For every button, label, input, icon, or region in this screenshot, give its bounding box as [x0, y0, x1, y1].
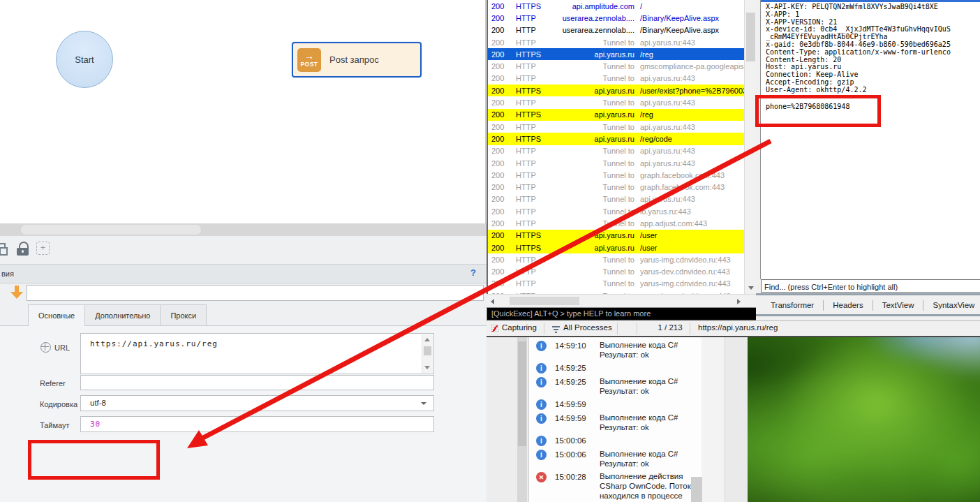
find-bar[interactable]	[761, 279, 980, 293]
timeout-input[interactable]: 30	[80, 416, 434, 432]
execution-log-list[interactable]: i 14:59:10 Выполнение кода C# Результат:…	[528, 337, 702, 502]
session-row-highlighted[interactable]: 200HTTPSapi.yarus.ru/user	[488, 230, 745, 242]
tab-transformer[interactable]: Transformer	[762, 301, 823, 309]
session-row[interactable]: 200HTTPTunnel toapi.yarus.ru:443	[488, 96, 745, 108]
fiddler-session-list[interactable]: 200HTTPSapi.amplitude.com/ 200HTTPuserar…	[487, 0, 745, 294]
encoding-select[interactable]: utf-8	[80, 395, 434, 411]
statusbar-url: https://api.yarus.ru/reg	[698, 323, 778, 332]
log-entry[interactable]: i 15:00:06	[536, 435, 702, 446]
orange-down-arrow-icon	[10, 286, 23, 300]
log-entry-error[interactable]: ✕ 15:00:28 Выполнение действия CSharp Ow…	[536, 471, 702, 502]
settings-tabs: Основные Дополнительно Прокси	[28, 305, 207, 326]
capturing-icon[interactable]	[491, 324, 499, 333]
find-input[interactable]	[762, 281, 980, 293]
session-row[interactable]: 200HTTPTunnel toapi.yarus.ru:443	[488, 193, 745, 205]
session-count: 1 / 213	[649, 323, 691, 332]
session-row[interactable]: 200HTTPTunnel togmscompliance-pa.googlea…	[488, 60, 745, 72]
chevron-down-icon	[421, 402, 426, 405]
background-photo	[748, 337, 980, 502]
scroll-down-icon[interactable]	[748, 286, 754, 290]
session-row[interactable]: 200HTTPTunnel toyarus-dev.cdnvideo.ru:44…	[488, 266, 745, 278]
url-textarea[interactable]: https://api.yarus.ru/reg	[80, 333, 434, 374]
session-row[interactable]: 200HTTPTunnel toapi.yarus.ru:443	[488, 157, 745, 169]
flow-horizontal-scrollbar[interactable]	[0, 223, 487, 236]
process-filter[interactable]: All Processes	[552, 323, 612, 332]
log-entry[interactable]: i 14:59:25 Выполнение кода C# Результат:…	[536, 376, 702, 396]
session-row[interactable]: 200HTTPTunnel tograph.facebook.com:443	[488, 169, 745, 181]
info-icon: i	[536, 450, 547, 460]
session-row[interactable]: 200HTTPTunnel toapp.adjust.com:443	[488, 217, 745, 229]
flowchart-canvas[interactable]: Start → POST Post запрос	[0, 0, 486, 223]
capturing-status[interactable]: Capturing	[502, 323, 537, 332]
fiddler-inspector-panel: X-API-KEY: PELQTQN2mWfml8XVYsJwaB9Qi4t8X…	[756, 0, 980, 320]
tab-headers[interactable]: Headers	[824, 301, 872, 309]
referer-input[interactable]	[80, 375, 434, 390]
inspector-tabs: Transformer Headers TextView SyntaxView …	[756, 296, 980, 314]
log-entry[interactable]: i 15:00:06 Выполнение кода C# Результат:…	[536, 449, 702, 468]
scrollbar-corner	[691, 477, 702, 502]
post-node-label: Post запрос	[329, 54, 379, 65]
scroll-down-icon[interactable]	[424, 366, 430, 369]
session-row[interactable]: 200HTTPTunnel toapi.yarus.ru:443	[488, 36, 745, 48]
globe-icon	[40, 342, 51, 353]
session-row[interactable]: 200HTTPTunnel tograph.facebook.com:443	[488, 181, 745, 193]
url-scrollbar[interactable]	[422, 334, 433, 373]
timeout-field-label: Таймаут	[40, 421, 70, 429]
divider	[756, 314, 980, 316]
fiddler-statusbar: Capturing All Processes 1 / 213 https://…	[487, 320, 980, 337]
log-entry[interactable]: i 14:59:59	[536, 399, 702, 410]
properties-title: вия	[1, 270, 14, 278]
copy-icon[interactable]	[0, 243, 6, 254]
session-row[interactable]: 200HTTPSapi.amplitude.com/	[488, 0, 745, 12]
tab-proksi[interactable]: Прокси	[161, 304, 207, 326]
quickexec-bar[interactable]: [QuickExec] ALT+Q > type HELP to learn m…	[487, 307, 760, 320]
scroll-left-icon[interactable]	[491, 299, 494, 304]
scroll-right-icon[interactable]	[737, 299, 741, 304]
session-row[interactable]: 200HTTPTunnel toapi.yarus.ru:443	[488, 145, 745, 157]
annotation-box-body	[755, 95, 881, 127]
info-icon: i	[536, 341, 547, 351]
info-icon: i	[536, 436, 547, 446]
start-node-label: Start	[75, 54, 94, 65]
log-entry[interactable]: i 14:59:59 Выполнение кода C# Результат:…	[536, 413, 702, 432]
session-list-vscrollbar[interactable]	[744, 0, 757, 294]
url-field-label: URL	[40, 342, 70, 353]
tab-dopolnitelno[interactable]: Дополнительно	[85, 304, 161, 326]
scroll-up-icon[interactable]	[424, 338, 430, 341]
selection-strip	[761, 0, 980, 2]
request-headers: X-API-KEY: PELQTQN2mWfml8XVYsJwaB9Qi4t8X…	[766, 3, 975, 94]
error-icon: ✕	[536, 472, 547, 482]
session-row[interactable]: 200HTTPTunnel toyarus-img.cdnvideo.ru:44…	[488, 253, 745, 265]
log-vscrollbar[interactable]	[517, 337, 527, 502]
scrollbar-thumb[interactable]	[21, 225, 201, 235]
start-node[interactable]: Start	[56, 31, 113, 88]
panel-gutter	[701, 337, 725, 502]
session-row-selected[interactable]: 200HTTPSapi.yarus.ru/reg	[488, 48, 745, 60]
action-name-input[interactable]	[27, 285, 484, 301]
session-list-hscrollbar[interactable]	[487, 294, 756, 308]
info-icon: i	[536, 399, 547, 410]
tab-syntaxview[interactable]: SyntaxView	[923, 301, 980, 309]
session-row-highlighted[interactable]: 200HTTPSapi.yarus.ru/reg/code	[488, 133, 745, 145]
session-row-highlighted[interactable]: 200HTTPSapi.yarus.ru/user/exist?phone=%2…	[488, 84, 745, 96]
session-row-highlighted[interactable]: 200HTTPSapi.yarus.ru/reg	[488, 109, 745, 121]
help-button[interactable]: ?	[470, 267, 476, 278]
post-arrow-icon: → POST	[297, 48, 321, 72]
session-row[interactable]: 200HTTPTunnel toapi.yarus.ru:443	[488, 73, 745, 84]
divider	[756, 293, 980, 295]
post-request-node[interactable]: → POST Post запрос	[292, 42, 422, 77]
tab-textview[interactable]: TextView	[873, 301, 923, 309]
log-entry[interactable]: i 14:59:25	[536, 362, 702, 374]
session-row-highlighted[interactable]: 200HTTPSapi.yarus.ru/user	[488, 242, 745, 253]
session-row[interactable]: 200HTTPTunnel toio.yarus.ru:443	[488, 205, 745, 217]
tab-osnovnye[interactable]: Основные	[28, 304, 85, 326]
session-row[interactable]: 200HTTPuserarea.zennolab..../Binary/Keep…	[488, 24, 745, 36]
session-row[interactable]: 200HTTPTunnel toyarus-img.cdnvideo.ru:44…	[488, 278, 745, 290]
session-row[interactable]: 200HTTPTunnel toapi.yarus.ru:443	[488, 121, 745, 133]
add-region-icon[interactable]: +	[36, 242, 50, 255]
encoding-field-label: Кодировка	[40, 400, 77, 408]
lock-icon[interactable]	[17, 242, 29, 257]
referer-field-label: Referer	[40, 379, 66, 387]
log-entry[interactable]: i 14:59:10 Выполнение кода C# Результат:…	[536, 340, 702, 360]
session-row[interactable]: 200HTTPuserarea.zennolab..../Binary/Keep…	[488, 12, 745, 24]
